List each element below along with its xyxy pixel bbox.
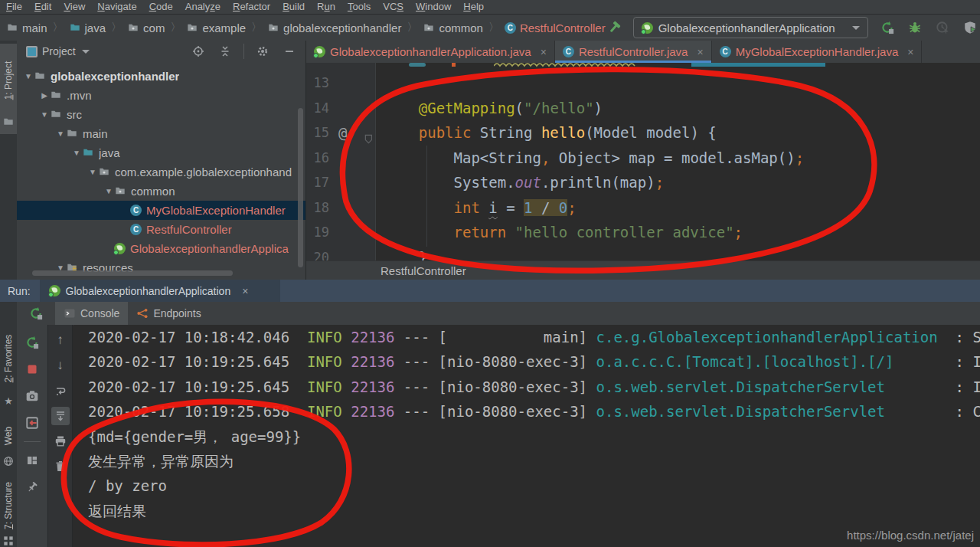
menu-item-vcs[interactable]: VCS — [377, 0, 410, 14]
close-icon[interactable]: × — [242, 285, 248, 297]
chevron-down-icon[interactable]: ▼ — [71, 149, 82, 157]
chevron-down-icon — [852, 26, 860, 30]
scroll-to-end-button[interactable] — [51, 407, 70, 425]
folder-icon — [6, 23, 18, 33]
layout-button[interactable] — [24, 452, 41, 469]
exit-button[interactable] — [24, 414, 41, 431]
run-config-select[interactable]: GlobalexceptionhandlerApplication — [633, 17, 868, 38]
chevron-down-icon[interactable]: ▼ — [87, 168, 98, 176]
tree-item-myglobalexceptionhandler[interactable]: CMyGlobalExceptionHandler — [17, 201, 305, 220]
breadcrumb-item-common[interactable]: common — [423, 21, 483, 34]
sidebar-tab-web[interactable]: Web — [0, 416, 17, 473]
chevron-down-icon[interactable] — [82, 50, 90, 54]
debug-button[interactable] — [906, 19, 923, 36]
breadcrumb-separator: 〉 — [407, 21, 417, 34]
console-output[interactable]: 2020-02-17 10:18:42.046 INFO 22136 --- [… — [74, 325, 980, 547]
menu-item-analyze[interactable]: Analyze — [179, 0, 227, 14]
project-panel-icon — [26, 46, 38, 57]
chevron-right-icon[interactable]: ▶ — [39, 91, 50, 100]
console-line: 2020-02-17 10:19:25.658 INFO 22136 --- [… — [88, 399, 980, 424]
menu-item-tools[interactable]: Tools — [341, 0, 377, 14]
spring-icon — [314, 46, 325, 57]
down-arrow-button[interactable]: ↓ — [51, 356, 70, 375]
run-label: Run: — [0, 285, 40, 297]
breadcrumb-item-globalexceptionhandler[interactable]: globalexceptionhandler — [267, 21, 401, 34]
menu-item-code[interactable]: Code — [143, 0, 179, 14]
pin-button[interactable] — [24, 479, 41, 496]
code-token: Map<String — [454, 149, 541, 166]
breadcrumb-item-com[interactable]: com — [127, 21, 165, 34]
console-token: : Co — [885, 403, 980, 420]
code-token: int — [454, 199, 489, 216]
stop-button[interactable] — [24, 361, 41, 378]
close-icon[interactable]: × — [907, 46, 913, 58]
tree-item--mvn[interactable]: ▶.mvn — [17, 86, 305, 105]
tree-item-com-example-globalexceptionhand[interactable]: ▼com.example.globalexceptionhand — [17, 162, 305, 182]
tree-item-globalexceptionhandler[interactable]: ▼globalexceptionhandler — [17, 67, 305, 86]
rerun-button[interactable] — [24, 334, 41, 351]
sidebar-tab-project[interactable]: 1: Project — [0, 44, 17, 134]
horizontal-scrollbar[interactable] — [32, 270, 233, 276]
menu-item-refactor[interactable]: Refactor — [227, 0, 276, 14]
run-button[interactable] — [879, 19, 896, 36]
run-panel-tab-label: Endpoints — [153, 307, 201, 319]
tree-item-java[interactable]: ▼java — [17, 143, 305, 162]
menu-item-help[interactable]: Help — [457, 0, 490, 14]
vertical-scrollbar[interactable] — [298, 108, 303, 267]
minimize-button[interactable] — [281, 43, 298, 60]
tree-item-restfulcontroller[interactable]: CRestfulController — [17, 220, 305, 239]
menu-item-navigate[interactable]: Navigate — [91, 0, 142, 14]
line-number: 19 — [306, 220, 329, 245]
printer-button[interactable] — [51, 432, 70, 450]
editor-tab-globalexceptionhandlerapplication-java[interactable]: GlobalexceptionhandlerApplication.java× — [306, 41, 555, 63]
profiler-button[interactable] — [934, 19, 951, 36]
editor-breadcrumb[interactable]: RestfulController — [306, 260, 980, 280]
soft-wrap-button[interactable] — [51, 382, 70, 400]
run-configuration-tab[interactable]: GlobalexceptionhandlerApplication × — [40, 280, 280, 302]
project-panel-title[interactable]: Project — [42, 45, 76, 57]
camera-button[interactable] — [24, 388, 41, 405]
breadcrumb-item-example[interactable]: example — [186, 21, 246, 34]
menu-item-run[interactable]: Run — [311, 0, 341, 14]
editor-tab-myglobalexceptionhandler-java[interactable]: CMyGlobalExceptionHandler.java× — [712, 41, 923, 63]
sidebar-tab-structure[interactable]: 7: Structure — [0, 476, 17, 547]
chevron-down-icon[interactable]: ▼ — [23, 72, 34, 80]
tree-item-globalexceptionhandlerapplica[interactable]: GlobalexceptionhandlerApplica — [17, 239, 305, 258]
rerun-icon[interactable] — [28, 305, 44, 322]
menu-item-build[interactable]: Build — [276, 0, 311, 14]
chevron-down-icon[interactable]: ▼ — [103, 187, 114, 195]
console-token: INFO — [307, 353, 342, 370]
code-token: / — [533, 199, 559, 216]
menu-item-edit[interactable]: Edit — [28, 0, 57, 14]
breadcrumb-item-restfulcontroller[interactable]: CRestfulController — [505, 21, 606, 34]
crosshair-button[interactable] — [190, 43, 207, 60]
run-panel-tab-endpoints[interactable]: Endpoints — [128, 302, 209, 325]
chevron-down-icon[interactable]: ▼ — [39, 110, 50, 119]
close-icon[interactable]: × — [697, 46, 703, 58]
sidebar-tab-favorites[interactable]: 2: Favorites★ — [0, 322, 17, 412]
code-editor[interactable]: 131415@1617181920 @GetMapping("/hello") … — [306, 63, 980, 260]
editor-tab-restfulcontroller-java[interactable]: CRestfulController.java× — [555, 41, 712, 63]
collapse-all-button[interactable] — [217, 43, 234, 60]
trash-button[interactable] — [51, 457, 70, 476]
menu-item-window[interactable]: Window — [410, 0, 457, 14]
run-with-coverage-button[interactable] — [962, 19, 978, 36]
spring-boot-icon — [49, 285, 60, 296]
close-icon[interactable]: × — [541, 46, 547, 58]
tree-item-main[interactable]: ▼main — [17, 124, 305, 143]
code-token: ; — [567, 199, 576, 216]
editor-tab-label: GlobalexceptionhandlerApplication.java — [330, 45, 531, 58]
gear-button[interactable] — [254, 43, 271, 60]
chevron-down-icon[interactable]: ▼ — [55, 129, 66, 138]
run-panel-tab-console[interactable]: Console — [55, 302, 128, 325]
tree-item-src[interactable]: ▼src — [17, 105, 305, 124]
console-line: {md={gender=男， age=99}} — [88, 424, 980, 449]
breadcrumb-item-java[interactable]: java — [69, 21, 106, 34]
breadcrumb-item-main[interactable]: main — [6, 21, 47, 34]
build-hammer-icon[interactable] — [606, 19, 622, 36]
console-token: INFO — [307, 329, 342, 346]
up-arrow-button[interactable]: ↑ — [51, 331, 70, 349]
tree-item-common[interactable]: ▼common — [17, 182, 305, 201]
menu-item-file[interactable]: File — [0, 0, 28, 14]
menu-item-view[interactable]: View — [57, 0, 91, 14]
